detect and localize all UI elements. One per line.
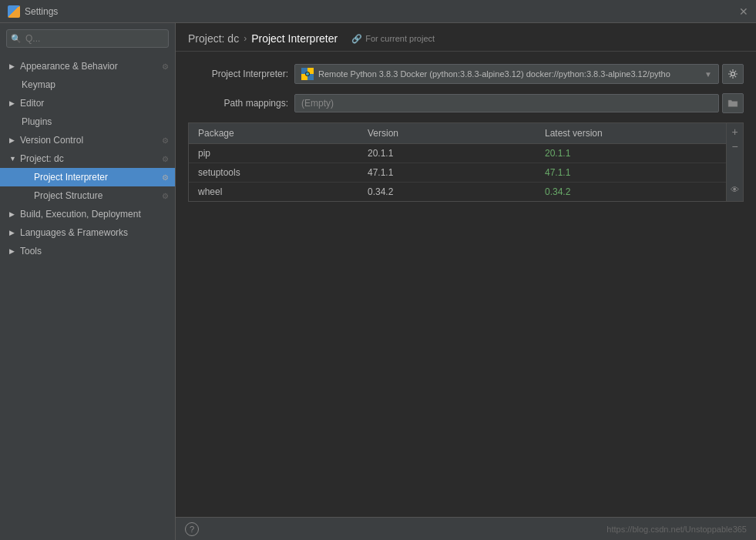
sidebar-label-vc: Version Control bbox=[20, 135, 83, 146]
path-control: (Empty) bbox=[294, 93, 744, 113]
settings-body: Project Interpreter: bbox=[176, 52, 756, 517]
sidebar: 🔍 ▶ Appearance & Behavior ⚙ Keymap ▶ Edi… bbox=[0, 23, 176, 540]
content-header: Project: dc › Project Interpreter 🔗 For … bbox=[176, 23, 756, 52]
th-version: Version bbox=[358, 123, 536, 143]
main-container: 🔍 ▶ Appearance & Behavior ⚙ Keymap ▶ Edi… bbox=[0, 23, 756, 540]
sidebar-item-tools[interactable]: ▶ Tools bbox=[0, 242, 175, 260]
search-box: 🔍 bbox=[6, 29, 169, 48]
dropdown-arrow-icon: ▼ bbox=[704, 70, 712, 79]
sidebar-item-editor[interactable]: ▶ Editor bbox=[0, 94, 175, 112]
remove-package-button[interactable]: − bbox=[728, 139, 742, 153]
td-version: 0.34.2 bbox=[358, 183, 536, 201]
svg-point-6 bbox=[731, 72, 735, 76]
sidebar-label-build: Build, Execution, Deployment bbox=[20, 209, 141, 220]
chevron-right-icon-lang: ▶ bbox=[9, 229, 17, 236]
interpreter-label: Project Interpreter: bbox=[188, 69, 288, 79]
breadcrumb-project: Project: dc bbox=[188, 32, 239, 45]
path-browse-button[interactable] bbox=[722, 93, 744, 113]
sidebar-item-project-interpreter[interactable]: Project Interpreter ⚙ bbox=[0, 168, 175, 186]
app-icon bbox=[8, 5, 20, 18]
gear-icon bbox=[727, 69, 738, 79]
search-input[interactable] bbox=[6, 29, 169, 48]
link-icon: 🔗 bbox=[351, 34, 362, 44]
sidebar-label-appearance: Appearance & Behavior bbox=[20, 61, 118, 72]
sidebar-item-project-dc[interactable]: ▼ Project: dc ⚙ bbox=[0, 149, 175, 168]
settings-icon-pi: ⚙ bbox=[162, 173, 169, 182]
window-title: Settings bbox=[25, 6, 58, 17]
chevron-down-icon-project: ▼ bbox=[9, 155, 17, 163]
for-current-project-text: For current project bbox=[365, 34, 435, 43]
settings-icon-vc: ⚙ bbox=[162, 136, 169, 145]
path-mappings-label: Path mappings: bbox=[188, 98, 288, 109]
path-input[interactable]: (Empty) bbox=[294, 94, 719, 112]
bottom-bar: ? https://blog.csdn.net/Unstoppable365 bbox=[176, 517, 756, 540]
sidebar-item-languages[interactable]: ▶ Languages & Frameworks bbox=[0, 223, 175, 242]
sidebar-item-project-structure[interactable]: Project Structure ⚙ bbox=[0, 186, 175, 205]
watermark-text: https://blog.csdn.net/Unstoppable365 bbox=[606, 525, 747, 534]
sidebar-item-plugins[interactable]: Plugins bbox=[0, 112, 175, 131]
table-row[interactable]: setuptools 47.1.1 47.1.1 bbox=[189, 163, 726, 183]
settings-icon-appearance: ⚙ bbox=[162, 62, 169, 71]
sidebar-nav: ▶ Appearance & Behavior ⚙ Keymap ▶ Edito… bbox=[0, 54, 175, 540]
breadcrumb-separator: › bbox=[244, 33, 247, 44]
sidebar-item-build[interactable]: ▶ Build, Execution, Deployment bbox=[0, 205, 175, 223]
sidebar-label-project-dc: Project: dc bbox=[20, 153, 64, 164]
sidebar-item-version-control[interactable]: ▶ Version Control ⚙ bbox=[0, 131, 175, 149]
package-table: Package Version Latest version pip 20.1.… bbox=[189, 123, 726, 201]
folder-icon bbox=[727, 99, 738, 108]
help-button[interactable]: ? bbox=[185, 522, 199, 536]
chevron-right-icon-editor: ▶ bbox=[9, 99, 17, 107]
table-header: Package Version Latest version bbox=[189, 123, 726, 144]
for-current-project-badge: 🔗 For current project bbox=[351, 34, 435, 44]
sidebar-item-appearance[interactable]: ▶ Appearance & Behavior ⚙ bbox=[0, 57, 175, 75]
svg-point-5 bbox=[306, 72, 309, 75]
td-latest: 47.1.1 bbox=[536, 163, 726, 182]
close-button[interactable]: ✕ bbox=[739, 5, 748, 18]
breadcrumb-page: Project Interpreter bbox=[251, 32, 338, 45]
interpreter-control: Remote Python 3.8.3 Docker (python:3.8.3… bbox=[294, 64, 744, 84]
sidebar-label-tools: Tools bbox=[20, 246, 42, 257]
table-body: pip 20.1.1 20.1.1 setuptools 47.1.1 47.1… bbox=[189, 144, 726, 201]
chevron-right-icon-build: ▶ bbox=[9, 210, 17, 218]
table-row[interactable]: wheel 0.34.2 0.34.2 bbox=[189, 183, 726, 201]
sidebar-label-project-interpreter: Project Interpreter bbox=[34, 172, 108, 183]
python-docker-icon bbox=[301, 68, 314, 80]
td-latest: 0.34.2 bbox=[536, 183, 726, 201]
td-package: setuptools bbox=[189, 163, 358, 182]
chevron-right-icon-tools: ▶ bbox=[9, 247, 17, 255]
td-latest: 20.1.1 bbox=[536, 144, 726, 163]
interpreter-settings-button[interactable] bbox=[722, 64, 744, 84]
search-icon: 🔍 bbox=[11, 34, 22, 44]
td-version: 20.1.1 bbox=[358, 144, 536, 163]
td-package: wheel bbox=[189, 183, 358, 201]
sidebar-item-keymap[interactable]: Keymap bbox=[0, 75, 175, 94]
chevron-right-icon: ▶ bbox=[9, 62, 17, 70]
show-details-button[interactable]: 👁 bbox=[728, 183, 742, 196]
sidebar-label-keymap: Keymap bbox=[22, 79, 55, 90]
interpreter-row: Project Interpreter: bbox=[188, 64, 744, 84]
add-package-button[interactable]: + bbox=[728, 125, 742, 139]
table-row[interactable]: pip 20.1.1 20.1.1 bbox=[189, 144, 726, 163]
settings-icon-project: ⚙ bbox=[162, 155, 169, 163]
interpreter-value: Remote Python 3.8.3 Docker (python:3.8.3… bbox=[318, 69, 670, 79]
th-latest: Latest version bbox=[536, 123, 726, 143]
td-version: 47.1.1 bbox=[358, 163, 536, 182]
th-package: Package bbox=[189, 123, 358, 143]
title-bar: Settings ✕ bbox=[0, 0, 756, 23]
content-area: Project: dc › Project Interpreter 🔗 For … bbox=[176, 23, 756, 540]
sidebar-label-plugins: Plugins bbox=[22, 116, 52, 127]
settings-icon-ps: ⚙ bbox=[162, 192, 169, 200]
title-bar-left: Settings bbox=[8, 5, 58, 18]
interpreter-select-text: Remote Python 3.8.3 Docker (python:3.8.3… bbox=[301, 68, 704, 80]
sidebar-label-editor: Editor bbox=[20, 98, 44, 109]
sidebar-label-languages: Languages & Frameworks bbox=[20, 227, 128, 238]
package-table-wrap: Package Version Latest version pip 20.1.… bbox=[188, 122, 744, 202]
path-mappings-row: Path mappings: (Empty) bbox=[188, 93, 744, 113]
interpreter-dropdown[interactable]: Remote Python 3.8.3 Docker (python:3.8.3… bbox=[294, 64, 719, 84]
td-package: pip bbox=[189, 144, 358, 163]
chevron-right-icon-vc: ▶ bbox=[9, 136, 17, 144]
sidebar-label-project-structure: Project Structure bbox=[34, 190, 102, 201]
table-actions: + − 👁 bbox=[726, 123, 743, 201]
path-value: (Empty) bbox=[301, 98, 334, 109]
